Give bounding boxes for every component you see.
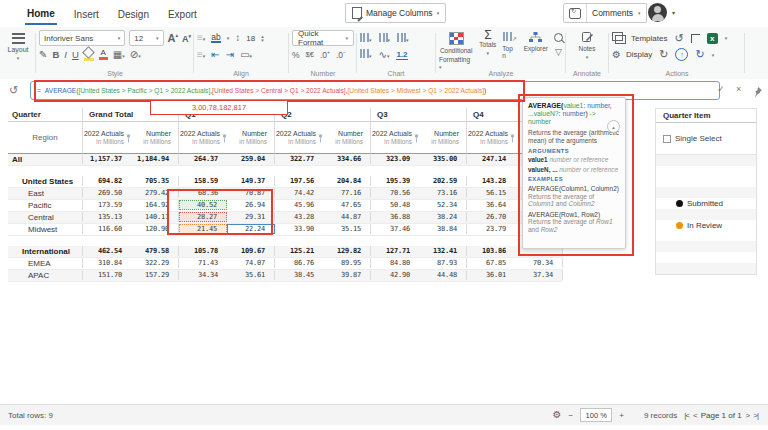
next-page-icon[interactable]: > xyxy=(746,411,750,420)
row-label[interactable]: Central xyxy=(8,212,83,222)
settings-gear-icon[interactable]: ⚙ xyxy=(553,410,562,420)
filter-icon[interactable]: ▽ xyxy=(555,48,562,57)
tab-design[interactable]: Design xyxy=(116,3,151,24)
zoom-level[interactable]: 100 % xyxy=(580,408,612,422)
first-page-icon[interactable]: |< xyxy=(684,411,689,420)
bold-icon[interactable]: B xyxy=(52,49,59,60)
table-cell[interactable]: 202.59 xyxy=(419,176,467,186)
table-cell[interactable]: 52.34 xyxy=(419,200,467,210)
table-cell[interactable]: 38.84 xyxy=(419,224,467,234)
increase-indent-icon[interactable]: ⇥ xyxy=(226,50,234,60)
format-painter-icon[interactable]: ✎ xyxy=(39,50,47,60)
tab-home[interactable]: Home xyxy=(25,2,57,25)
table-cell[interactable]: 129.82 xyxy=(323,246,371,256)
measure-header-actuals[interactable]: 2022 Actualsin Millions xyxy=(83,122,131,154)
row-label[interactable]: Pacific xyxy=(8,200,83,210)
table-cell[interactable]: 125.21 xyxy=(275,246,323,256)
table-cell[interactable]: 140.11 xyxy=(131,212,179,222)
table-cell[interactable]: 74.42 xyxy=(275,188,323,198)
column-group-header[interactable]: Q3 xyxy=(371,108,467,122)
increase-font-icon[interactable]: A▴ xyxy=(168,32,178,44)
selection-icon[interactable] xyxy=(691,34,700,43)
table-cell[interactable]: 1,184.94 xyxy=(131,154,179,164)
decrease-font-icon[interactable]: A▾ xyxy=(182,33,191,44)
refresh-icon[interactable]: ↻ xyxy=(695,49,704,60)
quarter-item-row[interactable] xyxy=(656,176,756,187)
table-cell[interactable]: 21.45 xyxy=(179,224,227,234)
table-cell[interactable]: 68.36 xyxy=(179,188,227,198)
row-label[interactable]: East xyxy=(8,188,83,198)
table-cell[interactable]: 1,157.37 xyxy=(83,154,131,164)
prev-page-icon[interactable]: < xyxy=(693,411,697,420)
table-cell[interactable]: 127.71 xyxy=(371,246,419,256)
measure-header-number[interactable]: Numberin Millions xyxy=(227,122,275,154)
table-cell[interactable]: 164.92 xyxy=(131,200,179,210)
confirm-formula-icon[interactable]: ✓ xyxy=(717,84,725,94)
borders-icon[interactable]: ▦▾ xyxy=(113,50,125,60)
table-cell[interactable]: 36.88 xyxy=(371,212,419,222)
totals-button[interactable]: Σ Totals ▾ xyxy=(479,32,496,57)
chevron-down-icon[interactable]: ▾ xyxy=(672,9,675,16)
quarter-item-row[interactable]: Submitted xyxy=(656,198,756,209)
table-cell[interactable]: 39.87 xyxy=(323,270,371,280)
table-cell[interactable]: 77.16 xyxy=(323,188,371,198)
zoom-out-icon[interactable]: − xyxy=(569,411,574,420)
table-cell[interactable]: 22.24 xyxy=(227,224,275,234)
quarter-item-row[interactable] xyxy=(656,263,756,274)
font-color-icon[interactable]: A xyxy=(99,49,108,60)
quarter-item-row[interactable] xyxy=(656,241,756,252)
quarter-item-row[interactable] xyxy=(656,155,756,166)
redo-icon[interactable]: ↻ xyxy=(659,49,668,60)
table-cell[interactable]: 479.58 xyxy=(131,246,179,256)
table-cell[interactable]: 157.29 xyxy=(131,270,179,280)
table-cell[interactable]: 705.35 xyxy=(131,176,179,186)
percent-format-icon[interactable]: % xyxy=(292,50,300,60)
table-cell[interactable]: 35.15 xyxy=(323,224,371,234)
table-cell[interactable]: 143.28 xyxy=(467,176,515,186)
underline-icon[interactable]: U xyxy=(72,49,79,60)
table-cell[interactable]: 462.54 xyxy=(83,246,131,256)
horizontal-align-icon[interactable]: ≡▾ xyxy=(197,50,205,60)
pin-icon[interactable] xyxy=(753,84,762,102)
row-label[interactable]: EMEA xyxy=(8,258,83,268)
quarter-item-row[interactable] xyxy=(656,209,756,220)
undo-icon[interactable]: ↺ xyxy=(674,33,683,44)
decimal-places-icon[interactable]: 1.2 xyxy=(396,50,407,60)
notes-button[interactable]: Notes ▾ xyxy=(569,32,605,61)
table-cell[interactable]: 38.45 xyxy=(275,270,323,280)
quarter-item-row[interactable] xyxy=(656,252,756,263)
row-label[interactable]: United States xyxy=(8,176,83,186)
table-cell[interactable]: 87.93 xyxy=(419,258,467,268)
vertical-align-icon[interactable]: ≡▾ xyxy=(197,33,205,43)
table-cell[interactable]: 322.77 xyxy=(275,154,323,164)
tab-export[interactable]: Export xyxy=(166,3,199,24)
table-cell[interactable]: 36.64 xyxy=(467,200,515,210)
decrease-indent-icon[interactable]: ⇤ xyxy=(211,50,219,60)
table-cell[interactable]: 694.82 xyxy=(83,176,131,186)
table-cell[interactable]: 132.41 xyxy=(419,246,467,256)
table-cell[interactable]: 71.43 xyxy=(179,258,227,268)
table-cell[interactable]: 50.48 xyxy=(371,200,419,210)
sparkline-icon[interactable]: ∿▾ xyxy=(379,50,390,60)
table-cell[interactable]: 323.09 xyxy=(371,154,419,164)
wrap-text-icon[interactable]: ab xyxy=(211,33,220,44)
table-cell[interactable]: 40.52 xyxy=(179,200,227,210)
table-cell[interactable]: 37.34 xyxy=(515,270,563,280)
row-label[interactable]: APAC xyxy=(8,270,83,280)
templates-button[interactable]: Templates xyxy=(612,32,667,44)
measure-header-actuals[interactable]: 2022 Actualsin Millions xyxy=(179,122,227,154)
table-cell[interactable]: 47.65 xyxy=(323,200,371,210)
quick-format-button[interactable]: Quick Format▾ xyxy=(292,30,354,46)
row-label[interactable]: Midwest xyxy=(8,224,83,234)
font-name-select[interactable]: Inforiver Sans▾ xyxy=(39,30,125,46)
table-cell[interactable]: 120.90 xyxy=(131,224,179,234)
table-cell[interactable]: 105.78 xyxy=(179,246,227,256)
table-cell[interactable]: 86.76 xyxy=(275,258,323,268)
table-cell[interactable]: 67.85 xyxy=(467,258,515,268)
table-cell[interactable]: 204.84 xyxy=(323,176,371,186)
table-cell[interactable]: 70.87 xyxy=(227,188,275,198)
table-cell[interactable]: 322.29 xyxy=(131,258,179,268)
table-cell[interactable]: 197.56 xyxy=(275,176,323,186)
comments-button[interactable]: Comments ▾ xyxy=(563,3,647,23)
table-cell[interactable]: 34.34 xyxy=(179,270,227,280)
